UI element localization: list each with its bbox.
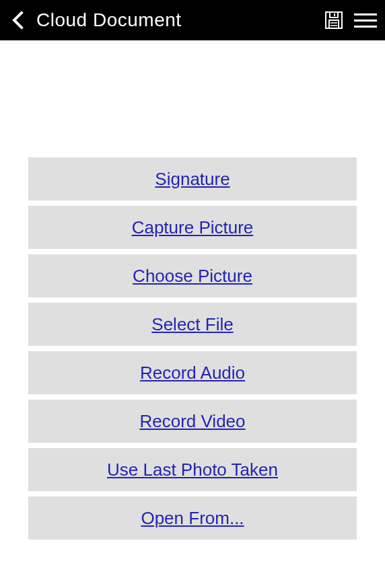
content-area: Signature Capture Picture Choose Picture…	[0, 40, 385, 540]
chevron-left-icon	[11, 11, 26, 30]
app-header: Cloud Document	[0, 0, 385, 40]
select-file-label: Select File	[151, 314, 233, 335]
choose-picture-label: Choose Picture	[133, 266, 252, 287]
record-audio-button[interactable]: Record Audio	[28, 351, 357, 394]
select-file-button[interactable]: Select File	[28, 303, 357, 346]
open-from-button[interactable]: Open From...	[28, 497, 357, 540]
svg-rect-3	[329, 20, 339, 28]
hamburger-icon	[354, 13, 377, 15]
save-button[interactable]	[323, 9, 345, 31]
use-last-photo-label: Use Last Photo Taken	[107, 460, 278, 480]
back-button[interactable]	[8, 10, 28, 30]
page-title: Cloud Document	[36, 9, 323, 31]
choose-picture-button[interactable]: Choose Picture	[28, 254, 357, 297]
record-video-button[interactable]: Record Video	[28, 400, 357, 443]
use-last-photo-button[interactable]: Use Last Photo Taken	[28, 448, 357, 491]
record-video-label: Record Video	[139, 411, 245, 432]
record-audio-label: Record Audio	[140, 363, 245, 383]
save-icon	[324, 11, 343, 30]
menu-button[interactable]	[354, 11, 377, 30]
capture-picture-label: Capture Picture	[132, 217, 254, 238]
capture-picture-button[interactable]: Capture Picture	[28, 206, 357, 249]
signature-label: Signature	[155, 169, 230, 190]
open-from-label: Open From...	[141, 508, 244, 529]
signature-button[interactable]: Signature	[28, 157, 357, 200]
